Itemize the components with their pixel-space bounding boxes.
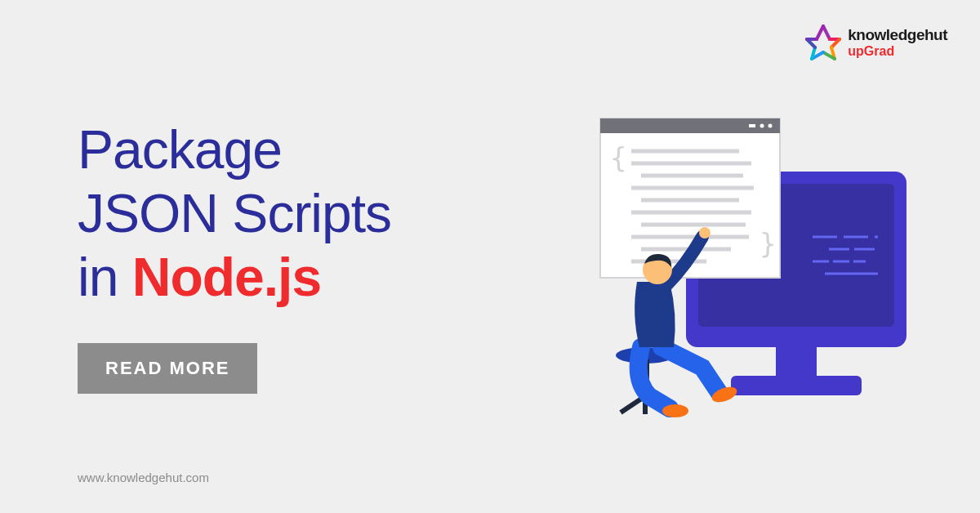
- read-more-button[interactable]: READ MORE: [78, 343, 257, 394]
- title-highlight: Node.js: [132, 247, 321, 307]
- svg-point-4: [768, 124, 773, 128]
- person-torso: [635, 282, 675, 347]
- developer-illustration: { }: [543, 110, 919, 437]
- shoe-left: [662, 404, 688, 417]
- page-title: Package JSON Scripts in Node.js: [78, 118, 391, 310]
- monitor-neck: [776, 347, 817, 376]
- logo-text: knowledgehut upGrad: [848, 27, 947, 58]
- person-hand: [699, 227, 710, 239]
- logo-star-icon: [805, 25, 841, 60]
- person-leg-right: [662, 347, 719, 392]
- title-line-2: JSON Scripts: [78, 183, 391, 243]
- svg-rect-6: [749, 124, 755, 127]
- title-line-1: Package: [78, 119, 282, 180]
- website-url: www.knowledgehut.com: [78, 471, 209, 484]
- monitor-base: [731, 376, 862, 395]
- svg-text:{: {: [610, 141, 626, 174]
- svg-point-5: [760, 124, 764, 128]
- svg-text:}: }: [760, 227, 776, 260]
- brand-logo: knowledgehut upGrad: [805, 25, 947, 60]
- title-line-3-prefix: in: [78, 247, 132, 307]
- logo-sub-text: upGrad: [848, 44, 947, 59]
- logo-main-text: knowledgehut: [848, 27, 947, 44]
